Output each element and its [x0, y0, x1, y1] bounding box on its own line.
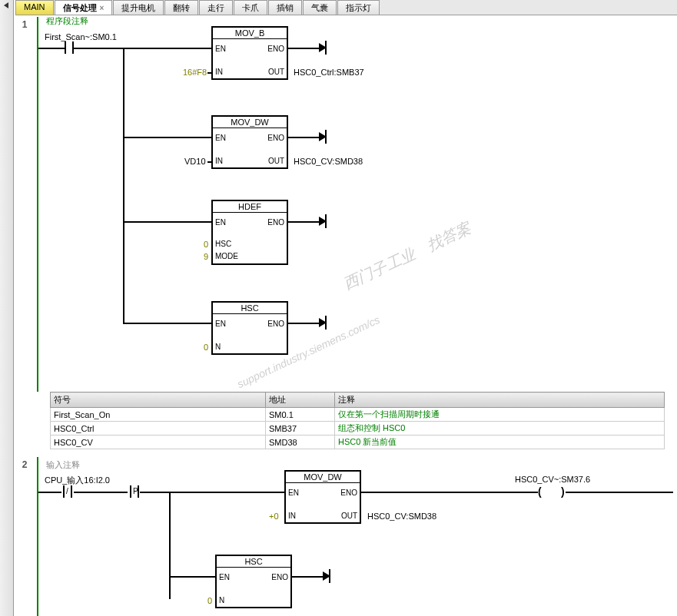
close-icon[interactable]: ×	[100, 4, 105, 12]
cell-address: SMD38	[266, 436, 335, 449]
input-value: VD10	[184, 157, 206, 166]
wire	[169, 492, 284, 493]
block-movdw[interactable]: MOV_DW EN ENO IN OUT	[284, 470, 361, 524]
wire	[169, 576, 215, 578]
cell-comment: 仅在第一个扫描周期时接通	[335, 408, 665, 422]
power-rail	[37, 457, 38, 616]
symbol-table: 符号 地址 注释 First_Scan_On SM0.1 仅在第一个扫描周期时接…	[50, 392, 665, 449]
tab-label: 走行	[207, 3, 224, 12]
cell-comment: HSC0 新当前值	[335, 436, 665, 449]
wire	[288, 323, 319, 324]
cell-comment: 组态和控制 HSC0	[335, 422, 665, 436]
port-en: EN	[215, 134, 226, 142]
network-number: 1	[17, 19, 32, 30]
tab-main[interactable]: MAIN	[15, 0, 54, 15]
port-out: OUT	[268, 157, 284, 165]
table-row[interactable]: First_Scan_On SM0.1 仅在第一个扫描周期时接通	[51, 408, 665, 422]
block-title: MOV_DW	[286, 472, 360, 483]
input-value: 16#F8	[183, 68, 207, 77]
mode-value: 9	[204, 252, 208, 261]
cell-address: SM0.1	[266, 408, 335, 422]
output-value: HSC0_Ctrl:SMB37	[294, 68, 364, 77]
output-value: HSC0_CV:SMD38	[294, 157, 363, 166]
block-title: MOV_DW	[213, 117, 287, 128]
n-value: 0	[204, 343, 208, 352]
network-number: 2	[17, 459, 32, 470]
wire	[566, 492, 673, 493]
tab-label: 插销	[277, 3, 294, 12]
tab-pin[interactable]: 插销	[268, 0, 302, 15]
port-in: IN	[288, 512, 296, 520]
wire	[361, 492, 538, 493]
port-en: EN	[215, 320, 226, 328]
coil-label: HSC0_CV~:SM37.6	[515, 475, 590, 484]
wire	[123, 48, 211, 49]
port-eno: ENO	[340, 488, 357, 497]
contact-nc: /	[60, 485, 75, 499]
wire	[288, 48, 319, 49]
tab-label: 卡爪	[242, 3, 259, 12]
wire	[38, 492, 61, 493]
wire	[140, 492, 169, 493]
tab-signal-processing[interactable]: 信号处理×	[55, 0, 113, 15]
watermark: 西门子工业 找答案	[340, 217, 475, 295]
network-comment[interactable]: 输入注释	[46, 459, 80, 471]
tab-airbag[interactable]: 气囊	[303, 0, 337, 15]
port-out: OUT	[268, 68, 284, 76]
tab-label: 信号处理	[63, 3, 97, 12]
col-comment[interactable]: 注释	[335, 392, 665, 408]
port-n: N	[215, 343, 221, 351]
tab-label: 指示灯	[346, 3, 371, 12]
cell-symbol: First_Scan_On	[51, 408, 266, 422]
wire-vertical	[123, 48, 124, 324]
wire	[207, 161, 211, 163]
port-en: EN	[215, 45, 226, 53]
tab-label: 翻转	[173, 3, 190, 12]
power-rail	[37, 17, 38, 392]
ladder-editor: 1 程序段注释 First_Scan~:SM0.1 MOV_B EN ENO I…	[15, 15, 677, 616]
port-eno: ENO	[267, 320, 284, 328]
wire	[207, 72, 211, 74]
wire-vertical	[169, 492, 171, 599]
cell-symbol: HSC0_Ctrl	[51, 422, 266, 436]
tab-claw[interactable]: 卡爪	[234, 0, 267, 15]
port-out: OUT	[341, 512, 357, 520]
wire	[74, 48, 123, 49]
tab-travel[interactable]: 走行	[199, 0, 233, 15]
wire	[74, 492, 128, 493]
table-row[interactable]: HSC0_CV SMD38 HSC0 新当前值	[51, 436, 665, 449]
wire	[288, 221, 319, 223]
tab-flip[interactable]: 翻转	[164, 0, 198, 15]
port-in: IN	[215, 157, 223, 165]
wire	[123, 323, 211, 324]
vertical-scrollbar[interactable]	[0, 0, 14, 616]
port-mode: MODE	[215, 252, 238, 260]
block-title: MOV_B	[213, 28, 287, 39]
tab-label: MAIN	[24, 2, 45, 12]
block-hsc[interactable]: HSC EN ENO N	[211, 301, 288, 355]
table-row[interactable]: HSC0_Ctrl SMB37 组态和控制 HSC0	[51, 422, 665, 436]
tab-lift-motor[interactable]: 提升电机	[113, 0, 164, 15]
col-symbol[interactable]: 符号	[51, 392, 266, 408]
block-hdef[interactable]: HDEF EN ENO HSC MODE	[211, 200, 288, 265]
contact-label: First_Scan~:SM0.1	[45, 32, 117, 41]
block-hsc[interactable]: HSC EN ENO N	[215, 555, 292, 608]
cell-address: SMB37	[266, 422, 335, 436]
coil-close: )	[561, 485, 565, 498]
tab-indicator[interactable]: 指示灯	[337, 0, 380, 15]
n-value: 0	[207, 596, 212, 605]
hsc-value: 0	[204, 240, 208, 249]
col-address[interactable]: 地址	[266, 392, 335, 408]
port-n: N	[219, 596, 224, 604]
coil-open: (	[538, 485, 542, 498]
wire	[123, 137, 211, 138]
input-value: +0	[269, 512, 279, 521]
block-movb[interactable]: MOV_B EN ENO IN OUT	[211, 26, 288, 80]
port-eno: ENO	[267, 134, 284, 142]
wire	[123, 221, 211, 223]
network-title: 程序段注释	[46, 15, 88, 27]
port-in: IN	[215, 68, 223, 76]
port-hsc: HSC	[215, 240, 231, 248]
wire	[288, 137, 319, 138]
block-movdw[interactable]: MOV_DW EN ENO IN OUT	[211, 115, 288, 169]
